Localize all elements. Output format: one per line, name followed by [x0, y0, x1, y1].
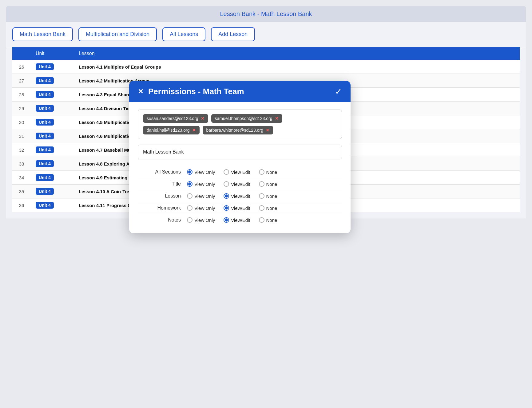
unit-badge[interactable]: Unit 4 — [36, 202, 54, 209]
radio-circle[interactable] — [187, 169, 193, 175]
email-remove-icon[interactable]: ✕ — [201, 116, 204, 121]
col-num — [12, 47, 31, 60]
perm-options: View OnlyView/EditNone — [187, 181, 277, 187]
perm-options: View OnlyView/EditNone — [187, 217, 277, 223]
lesson-bank-input[interactable] — [138, 145, 342, 159]
radio-option-view-edit[interactable]: View/Edit — [224, 181, 250, 187]
title-bar: Lesson Bank - Math Lesson Bank — [6, 6, 526, 22]
radio-option-view-only[interactable]: View Only — [187, 169, 215, 175]
nav-row: Math Lesson Bank Multiplication and Divi… — [6, 22, 526, 47]
email-remove-icon[interactable]: ✕ — [192, 128, 196, 133]
unit-badge[interactable]: Unit 4 — [36, 91, 54, 98]
row-num: 27 — [12, 74, 31, 88]
row-unit: Unit 4 — [31, 88, 74, 102]
radio-option-view-edit[interactable]: View/Edit — [224, 193, 250, 199]
lesson-name: Lesson 4.1 Multiples of Equal Groups — [79, 64, 161, 70]
unit-badge[interactable]: Unit 4 — [36, 160, 54, 167]
nav-add-lesson[interactable]: Add Lesson — [211, 27, 255, 41]
radio-circle[interactable] — [259, 181, 264, 187]
radio-circle[interactable] — [187, 205, 193, 211]
radio-label: View Only — [194, 218, 215, 223]
row-unit: Unit 4 — [31, 198, 74, 212]
radio-label: View/Edit — [231, 182, 250, 187]
perm-label: Homework — [138, 205, 187, 211]
email-remove-icon[interactable]: ✕ — [275, 116, 279, 121]
unit-badge[interactable]: Unit 4 — [36, 133, 54, 139]
radio-option-view-edit[interactable]: View/Edit — [224, 205, 250, 211]
row-num: 30 — [12, 115, 31, 129]
email-address: barbara.whitmore@sd123.org — [206, 128, 263, 133]
radio-label: None — [266, 218, 277, 223]
radio-circle[interactable] — [187, 193, 193, 199]
row-unit: Unit 4 — [31, 60, 74, 74]
nav-multiplication-division[interactable]: Multiplication and Division — [78, 27, 157, 41]
table-area: Unit Lesson 26 Unit 4 Lesson 4.1 Multipl… — [12, 47, 520, 212]
permissions-row: LessonView OnlyView/EditNone — [138, 190, 342, 202]
radio-circle[interactable] — [187, 181, 193, 187]
unit-badge[interactable]: Unit 4 — [36, 77, 54, 84]
unit-badge[interactable]: Unit 4 — [36, 105, 54, 112]
radio-option-view-edit[interactable]: View/Edit — [224, 217, 250, 223]
unit-badge[interactable]: Unit 4 — [36, 174, 54, 181]
row-num: 34 — [12, 171, 31, 185]
radio-option-none[interactable]: None — [259, 169, 277, 175]
modal-close-icon[interactable]: ✕ — [138, 88, 143, 96]
radio-circle[interactable] — [259, 193, 264, 199]
radio-circle[interactable] — [224, 181, 229, 187]
title-bar-text: Lesson Bank - Math Lesson Bank — [220, 10, 312, 17]
email-remove-icon[interactable]: ✕ — [266, 128, 269, 133]
radio-circle[interactable] — [224, 217, 229, 223]
row-num: 32 — [12, 143, 31, 157]
radio-circle[interactable] — [259, 169, 264, 175]
permissions-row: TitleView OnlyView/EditNone — [138, 178, 342, 190]
radio-circle[interactable] — [187, 217, 193, 223]
unit-badge[interactable]: Unit 4 — [36, 188, 54, 195]
email-tag: susan.sanders@sd123.org ✕ — [143, 114, 208, 123]
radio-option-none[interactable]: None — [259, 205, 277, 211]
unit-badge[interactable]: Unit 4 — [36, 146, 54, 153]
permissions-row: NotesView OnlyView/EditNone — [138, 214, 342, 226]
radio-circle[interactable] — [224, 169, 229, 175]
radio-circle[interactable] — [259, 205, 264, 211]
radio-option-view-only[interactable]: View Only — [187, 205, 215, 211]
radio-option-none[interactable]: None — [259, 181, 277, 187]
email-address: daniel.hall@sd123.org — [147, 128, 190, 133]
col-unit: Unit — [31, 47, 74, 60]
radio-option-view-only[interactable]: View Only — [187, 217, 215, 223]
modal-header-left: ✕ Permissions - Math Team — [138, 87, 244, 96]
radio-circle[interactable] — [224, 205, 229, 211]
unit-badge[interactable]: Unit 4 — [36, 119, 54, 126]
nav-math-lesson-bank[interactable]: Math Lesson Bank — [12, 27, 73, 41]
nav-all-lessons[interactable]: All Lessons — [162, 27, 205, 41]
row-unit: Unit 4 — [31, 157, 74, 171]
radio-option-view-only[interactable]: View Only — [187, 193, 215, 199]
radio-label: None — [266, 170, 277, 175]
permissions-table: All SectionsView OnlyView EditNoneTitleV… — [138, 166, 342, 226]
perm-label: All Sections — [138, 169, 187, 175]
radio-label: View Edit — [231, 170, 250, 175]
radio-option-view-only[interactable]: View Only — [187, 181, 215, 187]
row-unit: Unit 4 — [31, 185, 74, 198]
row-unit: Unit 4 — [31, 143, 74, 157]
row-num: 36 — [12, 198, 31, 212]
modal-confirm-icon[interactable]: ✓ — [335, 86, 342, 97]
email-tag: daniel.hall@sd123.org ✕ — [143, 126, 200, 134]
table-header-row: Unit Lesson — [12, 47, 520, 60]
row-num: 29 — [12, 102, 31, 115]
row-unit: Unit 4 — [31, 129, 74, 143]
radio-option-view-edit[interactable]: View Edit — [224, 169, 250, 175]
radio-option-none[interactable]: None — [259, 217, 277, 223]
radio-label: View Only — [194, 206, 215, 211]
radio-circle[interactable] — [224, 193, 229, 199]
row-num: 31 — [12, 129, 31, 143]
unit-badge[interactable]: Unit 4 — [36, 63, 54, 70]
modal-header: ✕ Permissions - Math Team ✓ — [129, 81, 351, 102]
row-lesson: Lesson 4.1 Multiples of Equal Groups — [74, 60, 520, 74]
modal-body: susan.sanders@sd123.org ✕ samuel.thompso… — [129, 102, 351, 233]
permissions-modal: ✕ Permissions - Math Team ✓ susan.sander… — [129, 81, 351, 233]
radio-label: None — [266, 182, 277, 187]
radio-circle[interactable] — [259, 217, 264, 223]
email-tag: barbara.whitmore@sd123.org ✕ — [203, 126, 273, 134]
radio-option-none[interactable]: None — [259, 193, 277, 199]
main-content: Unit Lesson 26 Unit 4 Lesson 4.1 Multipl… — [6, 47, 526, 218]
